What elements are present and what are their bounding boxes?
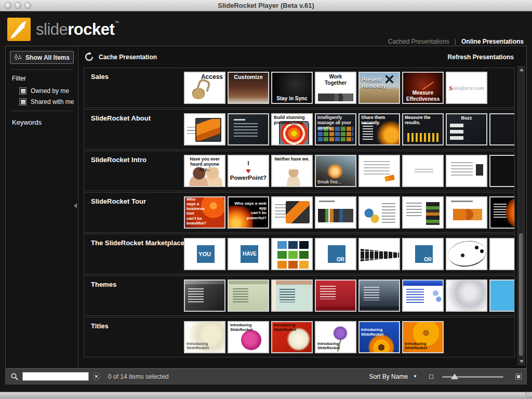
thumbnail-label: Have you ever heard anyone say... — [187, 157, 223, 172]
sliderocket-logo: sliderocket™ — [7, 18, 119, 41]
refresh-presentations-button[interactable]: Refresh Presentations — [448, 54, 514, 61]
presentation-thumbnail[interactable] — [271, 280, 313, 312]
scroll-up-arrow[interactable] — [520, 68, 524, 71]
tab-online-presentations[interactable]: Online Presentations — [461, 38, 524, 45]
presentation-thumbnail[interactable] — [446, 196, 487, 229]
presentation-thumbnail[interactable]: Who says a web app can't be powerful? — [228, 196, 269, 229]
sort-dropdown-arrow[interactable]: ▼ — [413, 374, 417, 379]
presentation-thumbnail[interactable] — [489, 155, 514, 187]
presentation-thumbnail[interactable]: salesforce.com — [446, 72, 487, 104]
presentation-thumbnail[interactable] — [358, 280, 400, 312]
presentation-thumbnail[interactable]: Introducing SlideRocket — [271, 321, 313, 353]
resize-grip[interactable] — [525, 392, 531, 398]
category-row: Themes — [84, 275, 515, 316]
vertical-scrollbar[interactable] — [517, 66, 525, 365]
presentation-thumbnail[interactable]: Buzz — [446, 113, 487, 145]
presentation-thumbnail[interactable]: OR — [315, 238, 356, 270]
sidebar-collapse-arrow[interactable] — [74, 203, 77, 208]
presentation-thumbnail[interactable]: Introducing SlideRocket — [402, 321, 444, 353]
thumbnail-strip: Introducing SlideRocketIntroducing Slide… — [184, 321, 514, 354]
presentation-thumbnail[interactable] — [358, 155, 400, 187]
presentation-thumbnail[interactable] — [446, 155, 487, 187]
tab-cached-presentations[interactable]: Cached Presentations — [388, 38, 449, 45]
presentation-thumbnail[interactable]: HAVE — [228, 238, 269, 270]
presentation-thumbnail[interactable]: Break free... — [315, 155, 356, 187]
presentation-thumbnail[interactable]: Introducing SlideRocket — [184, 321, 225, 353]
thumbnail-strip: Have you ever heard anyone say...I♥Power… — [184, 155, 514, 188]
presentation-thumbnail[interactable] — [402, 196, 444, 229]
window-bottom-edge — [0, 392, 532, 399]
presentation-thumbnail[interactable] — [228, 280, 269, 312]
sort-by-dropdown[interactable]: Sort By Name — [369, 373, 408, 380]
presentation-thumbnail[interactable]: Introducing SlideRocket — [315, 321, 356, 353]
window-minimize-button[interactable] — [15, 2, 21, 9]
presentation-thumbnail[interactable] — [489, 196, 514, 229]
small-thumbnails-icon[interactable] — [429, 375, 433, 379]
thumbnail-label: Access — [187, 74, 223, 81]
library-content: Cache Presentation Refresh Presentations… — [78, 46, 526, 368]
presentation-thumbnail[interactable]: Introducing SlideRocket — [358, 321, 400, 353]
presentation-thumbnail[interactable]: Work Together — [315, 72, 356, 104]
presentation-thumbnail[interactable]: Present Remotely — [358, 72, 400, 104]
presentation-thumbnail[interactable]: Stay in Sync — [271, 72, 313, 104]
presentation-thumbnail[interactable]: Share them securely. — [358, 113, 400, 145]
filter-shared-with-me[interactable]: Shared with me — [19, 98, 78, 105]
shared-with-me-checkbox[interactable] — [19, 98, 26, 105]
presentation-thumbnail[interactable] — [228, 113, 269, 145]
presentation-thumbnail[interactable] — [315, 280, 356, 312]
thumbnail-strip: YOUHAVEOROR — [184, 238, 514, 271]
presentation-thumbnail[interactable]: I♥PowerPoint? — [228, 155, 269, 187]
presentation-thumbnail[interactable] — [446, 238, 487, 270]
presentation-thumbnail[interactable] — [271, 196, 313, 229]
owned-by-me-checkbox[interactable] — [19, 87, 26, 95]
scrollbar-thumb[interactable] — [519, 233, 523, 355]
presentation-thumbnail[interactable]: Intelligently manage all your assets. — [315, 113, 356, 145]
presentation-thumbnail[interactable]: OR — [402, 238, 444, 270]
presentation-thumbnail[interactable] — [489, 280, 514, 312]
presentation-thumbnail[interactable]: Have you ever heard anyone say... — [184, 155, 225, 187]
presentation-thumbnail[interactable]: Access — [184, 72, 225, 104]
search-input[interactable] — [22, 372, 89, 381]
scroll-down-arrow[interactable] — [520, 360, 524, 363]
filter-owned-by-me[interactable]: Owned by me — [19, 87, 78, 95]
slider-thumb[interactable] — [451, 374, 458, 379]
presentation-thumbnail[interactable]: YOU — [184, 238, 225, 270]
cache-refresh-icon[interactable] — [84, 52, 94, 62]
category-title: SlideRocket Intro — [91, 156, 147, 164]
thumbnail-label: Stay in Sync — [274, 96, 310, 102]
thumbnail-label: HAVE — [242, 245, 257, 263]
presentation-thumbnail[interactable] — [489, 238, 514, 270]
owned-by-me-label: Owned by me — [31, 87, 69, 95]
presentation-thumbnail[interactable] — [315, 196, 356, 229]
presentation-thumbnail[interactable] — [358, 196, 400, 229]
show-all-items-button[interactable]: Show All Items — [10, 51, 74, 64]
presentation-thumbnail[interactable] — [271, 238, 313, 270]
thumbnail-label: Buzz — [448, 115, 485, 121]
presentation-thumbnail[interactable] — [358, 238, 400, 270]
category-row: The SlideRocket MarketplaceYOUHAVEOROR — [84, 234, 515, 274]
presentation-thumbnail[interactable] — [402, 280, 444, 312]
cache-presentation-button[interactable]: Cache Presentation — [99, 54, 157, 61]
presentation-thumbnail[interactable] — [184, 113, 225, 145]
presentation-thumbnail[interactable] — [402, 155, 444, 187]
presentation-thumbnail[interactable]: Customize — [228, 72, 269, 104]
presentation-thumbnail[interactable]: Introducing SlideRocket — [228, 321, 269, 353]
presentation-thumbnail[interactable]: Who says a business tool can't be beauti… — [184, 196, 225, 229]
window-close-button[interactable] — [5, 2, 11, 9]
presentation-thumbnail[interactable] — [489, 113, 514, 145]
thumbnail-label: Measure the results. — [405, 115, 441, 126]
category-title: Titles — [91, 322, 109, 330]
window-zoom-button[interactable] — [24, 2, 31, 9]
sidebar-divider — [10, 111, 73, 111]
presentation-thumbnail[interactable]: Measure the results. — [402, 113, 444, 145]
thumbnail-size-slider[interactable] — [442, 374, 503, 380]
presentation-thumbnail[interactable] — [446, 280, 487, 312]
presentation-thumbnail[interactable]: Measure Effectiveness — [402, 72, 444, 104]
presentation-thumbnail[interactable]: Neither have we. — [271, 155, 313, 187]
category-title: Themes — [91, 281, 116, 288]
sidebar-divider — [10, 69, 73, 70]
presentation-thumbnail[interactable] — [184, 280, 225, 312]
presentation-thumbnail[interactable]: Build stunning presentations. — [271, 113, 313, 145]
large-thumbnails-icon[interactable] — [515, 374, 522, 380]
clear-search-button[interactable] — [92, 373, 100, 380]
